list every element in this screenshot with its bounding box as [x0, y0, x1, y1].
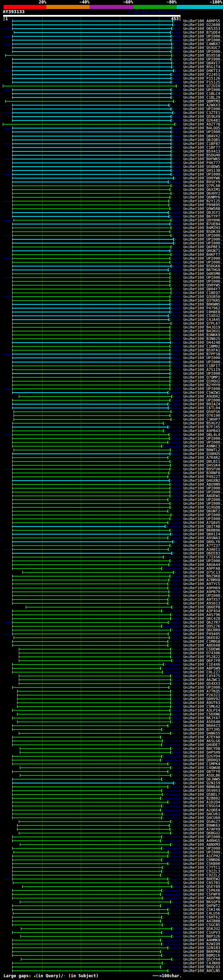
subject-right-overhang [173, 366, 181, 366]
arrowhead-icon [170, 468, 173, 471]
arrowhead-icon [176, 84, 179, 88]
subject-label[interactable]: UniRef100_C9SGS4 [183, 804, 220, 808]
arrowhead-icon [168, 441, 171, 444]
arrowhead-icon [170, 376, 173, 379]
arrowhead-icon [162, 740, 165, 743]
alignment-bar [22, 886, 172, 887]
arrowhead-icon [170, 682, 173, 685]
subject-right-overhang [175, 44, 181, 45]
subject-right-overhang [171, 879, 181, 880]
subject-right-overhang [173, 902, 181, 902]
arrowhead-icon [170, 820, 173, 823]
subject-right-overhang [174, 228, 181, 228]
subject-right-overhang [176, 71, 181, 71]
subject-right-overhang [172, 687, 181, 688]
arrowhead-icon [168, 594, 172, 597]
subject-right-overhang [173, 354, 181, 355]
subject-right-overhang [174, 78, 181, 79]
arrowhead-icon [170, 559, 173, 563]
subject-right-overhang [164, 756, 181, 757]
subject-right-overhang [173, 415, 181, 416]
alignment-bar [13, 553, 172, 554]
alignment-bar [13, 315, 168, 317]
subject-right-overhang [164, 818, 181, 818]
alignment-bar [13, 805, 162, 807]
subject-right-overhang [173, 281, 181, 282]
arrowhead-icon [170, 345, 173, 348]
arrowhead-icon [168, 762, 171, 765]
arrowhead-icon [170, 494, 173, 498]
alignment-bar [13, 499, 168, 500]
subject-right-overhang [165, 898, 181, 899]
alignment-bar [13, 162, 171, 163]
subject-right-overhang [164, 967, 181, 967]
subject-right-overhang [171, 622, 181, 623]
arrowhead-icon [173, 781, 176, 784]
alignment-bar [13, 882, 168, 883]
arrowhead-icon [163, 663, 166, 666]
arrowhead-icon [170, 832, 173, 835]
alignment-bar [13, 564, 169, 565]
arrowhead-icon [170, 705, 173, 708]
alignment-bar [13, 457, 168, 458]
arrowhead-icon [173, 177, 176, 180]
subject-right-overhang [173, 534, 181, 535]
alignment-bar [13, 614, 171, 615]
arrowhead-icon [168, 475, 171, 478]
subject-right-overhang [171, 864, 181, 864]
alignment-bar [13, 59, 171, 60]
subject-label[interactable]: UniRef100_A0CLN5 [183, 969, 220, 973]
arrowhead-icon [172, 395, 175, 398]
alignment-bar [13, 97, 171, 98]
alignment-bar [13, 36, 171, 37]
alignment-bar [21, 936, 172, 937]
identity-scale-segment-purple [90, 5, 133, 9]
alignment-bar [13, 24, 173, 25]
alignment-bar [22, 572, 173, 573]
alignment-bar [13, 840, 160, 841]
identity-scale-segment-cyan [176, 5, 223, 9]
alignment-bar [13, 687, 169, 688]
subject-right-overhang [173, 530, 181, 531]
subject-right-overhang [173, 296, 181, 297]
arrowhead-icon [168, 969, 171, 972]
alignment-bar [13, 155, 171, 156]
alignment-bar [13, 365, 170, 366]
subject-left-overhang [3, 143, 11, 144]
subject-right-overhang [164, 944, 181, 945]
alignment-bar [13, 388, 170, 389]
arrowhead-icon [170, 517, 173, 520]
arrowhead-icon [161, 743, 164, 746]
subject-right-overhang [171, 883, 181, 883]
subject-left-overhang [3, 389, 11, 389]
arrowhead-icon [171, 107, 174, 111]
alignment-bar [13, 549, 168, 550]
arrowhead-icon [171, 169, 174, 172]
subject-right-overhang [172, 825, 181, 826]
arrowhead-icon [171, 77, 174, 80]
subject-label[interactable]: UniRef100_UPI000.. [183, 356, 223, 360]
subject-right-overhang [164, 737, 181, 738]
alignment-bar [13, 82, 171, 83]
subject-right-overhang [174, 186, 181, 186]
subject-right-overhang [173, 676, 181, 676]
alignment-bar [13, 802, 168, 803]
arrowhead-icon [170, 828, 173, 831]
alignment-bar [13, 247, 171, 248]
identity-scale-segment-red [3, 5, 47, 9]
subject-label[interactable]: UniRef100_A9TYC5 [183, 582, 220, 586]
subject-left-overhang [3, 59, 11, 60]
arrowhead-icon [175, 123, 178, 126]
subject-label[interactable]: UniRef100_UPI000.. [183, 130, 223, 134]
gap-legend: Large gaps: ▲(in Query)/- (in Subject) [3, 974, 99, 978]
arrowhead-icon [170, 690, 173, 693]
arrowhead-icon [161, 728, 164, 731]
arrowhead-icon [172, 927, 175, 930]
alignment-bar [13, 764, 168, 764]
alignment-bar [13, 966, 160, 967]
subject-right-overhang [175, 48, 181, 48]
alignment-bar [13, 771, 168, 772]
subject-right-overhang [172, 580, 181, 581]
arrowhead-icon [168, 318, 172, 321]
alignment-bar [13, 304, 170, 305]
